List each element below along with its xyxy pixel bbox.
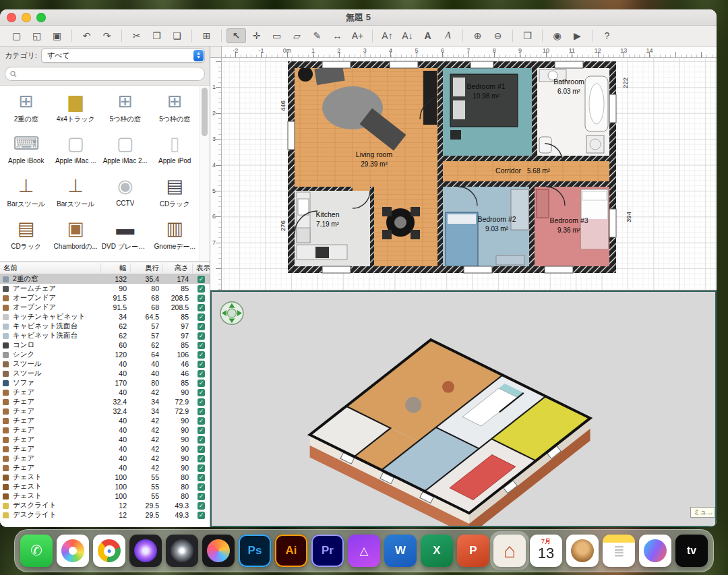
furniture-row[interactable]: 2重の窓 132 35.4 174 ✓	[0, 274, 210, 284]
redo-button[interactable]: ↷	[97, 28, 117, 43]
dock-item-camera-lens-app[interactable]	[166, 535, 198, 567]
catalog-item[interactable]: ▥ Gnomeデー...	[151, 215, 200, 258]
catalog-item[interactable]: ▣ Chambordの...	[52, 215, 100, 258]
visible-checkbox[interactable]: ✓	[198, 483, 205, 491]
furniture-list-header[interactable]: 名前 幅 奥行 高さ 表示	[0, 262, 210, 274]
furniture-row[interactable]: チェスト 100 55 80 ✓	[0, 473, 210, 482]
dock-item-photos[interactable]	[57, 535, 89, 567]
visible-checkbox[interactable]: ✓	[198, 493, 205, 500]
paste-button[interactable]: ❏	[167, 28, 187, 43]
dock-item-photoshop[interactable]: Ps	[239, 535, 271, 567]
furniture-row[interactable]: キッチンキャビネット 34 64.5 85 ✓	[0, 312, 210, 322]
furniture-row[interactable]: チェスト 100 55 80 ✓	[0, 491, 210, 501]
column-depth[interactable]: 奥行	[131, 264, 163, 273]
furniture-row[interactable]: ソファ 170 80 85 ✓	[0, 378, 210, 388]
create-walls-button[interactable]: ▭	[267, 28, 286, 43]
select-tool-button[interactable]: ↖	[226, 28, 246, 43]
catalog-item[interactable]: ⊥ Barスツール	[52, 173, 100, 215]
visible-checkbox[interactable]: ✓	[198, 276, 205, 283]
column-height[interactable]: 高さ	[163, 264, 193, 273]
visible-checkbox[interactable]: ✓	[198, 304, 205, 311]
furniture-row[interactable]: スツール 40 40 46 ✓	[0, 369, 210, 378]
view-3d[interactable]: ミュ...	[210, 291, 717, 527]
dock-item-illustrator[interactable]: Ai	[275, 535, 307, 567]
visible-checkbox[interactable]: ✓	[198, 313, 205, 321]
column-name[interactable]: 名前	[0, 264, 101, 273]
furniture-row[interactable]: アームチェア 90 80 85 ✓	[0, 284, 210, 293]
column-width[interactable]: 幅	[101, 264, 131, 273]
catalog-item[interactable]: ▯ Apple iPod	[151, 130, 200, 173]
save-plan-button[interactable]: ▣	[47, 28, 67, 43]
toggle-bold-button[interactable]: A	[418, 28, 437, 43]
visible-checkbox[interactable]: ✓	[198, 389, 205, 396]
catalog-item[interactable]: ⊥ Barスツール	[2, 173, 51, 215]
catalog-item[interactable]: ▢ Apple iMac ...	[52, 130, 100, 173]
furniture-row[interactable]: チェア 40 42 90 ✓	[0, 454, 210, 463]
zoom-button[interactable]	[36, 13, 46, 22]
visible-checkbox[interactable]: ✓	[198, 512, 205, 519]
furniture-row[interactable]: デスクライト 12 29.5 49.3 ✓	[0, 510, 210, 520]
create-video-button[interactable]: ▶	[568, 28, 587, 43]
catalog-item[interactable]: ⊞ 2重の窓	[2, 88, 51, 130]
catalog-item[interactable]: ⌨ Apple iBook	[2, 130, 51, 173]
dock-item-notes[interactable]: ≣	[603, 535, 635, 567]
furniture-row[interactable]: チェア 40 42 90 ✓	[0, 388, 210, 397]
furniture-row[interactable]: キャビネット洗面台 62 57 97 ✓	[0, 331, 210, 340]
catalog-item[interactable]: ◉ CCTV	[101, 173, 150, 215]
visible-checkbox[interactable]: ✓	[198, 398, 205, 406]
category-select[interactable]: すべて ▲▼	[41, 49, 205, 63]
cut-button[interactable]: ✂	[127, 28, 146, 43]
furniture-row[interactable]: シンク 120 64 106 ✓	[0, 350, 210, 359]
zoom-in-button[interactable]: ⊕	[468, 28, 487, 43]
plan-view-2d[interactable]: -2-10m1234567891011121314 1234567	[210, 47, 717, 291]
furniture-row[interactable]: スツール 40 40 46 ✓	[0, 359, 210, 369]
detach-view-button[interactable]: ❒	[518, 28, 537, 43]
minimize-button[interactable]	[22, 13, 31, 22]
close-button[interactable]	[7, 13, 16, 22]
catalog-item[interactable]: ▤ CDラック	[151, 173, 200, 215]
furniture-row[interactable]: チェア 40 42 90 ✓	[0, 425, 210, 435]
dock-item-davinci-resolve[interactable]	[202, 535, 235, 567]
furniture-row[interactable]: チェア 32.4 34 72.9 ✓	[0, 397, 210, 406]
decrease-text-size-button[interactable]: A↓	[398, 28, 417, 43]
furniture-row[interactable]: オープンドア 91.5 68 208.5 ✓	[0, 303, 210, 312]
visible-checkbox[interactable]: ✓	[198, 351, 205, 359]
column-visible[interactable]: 表示	[193, 264, 210, 273]
undo-button[interactable]: ↶	[77, 28, 96, 43]
furniture-row[interactable]: チェア 40 42 90 ✓	[0, 435, 210, 444]
add-text-button[interactable]: A+	[348, 28, 367, 43]
open-plan-button[interactable]: ◱	[27, 28, 47, 43]
furniture-row[interactable]: チェア 32.4 34 72.9 ✓	[0, 406, 210, 416]
visible-checkbox[interactable]: ✓	[198, 474, 205, 481]
catalog-scrollbar[interactable]	[200, 86, 209, 261]
visible-checkbox[interactable]: ✓	[198, 408, 205, 415]
visible-checkbox[interactable]: ✓	[198, 380, 205, 387]
dock-item-apple-tv[interactable]: tv	[675, 535, 708, 567]
dock-item-contacts[interactable]	[566, 535, 599, 567]
catalog-item[interactable]: ⊞ 5つ枠の窓	[151, 88, 200, 130]
dock-item-chrome[interactable]: ●	[93, 535, 125, 567]
dock-item-powerpoint[interactable]: P	[457, 535, 489, 567]
furniture-row[interactable]: デスクライト 12 29.5 49.3 ✓	[0, 501, 210, 510]
create-polylines-button[interactable]: ✎	[307, 28, 327, 43]
toggle-italic-button[interactable]: A	[438, 28, 458, 43]
visible-checkbox[interactable]: ✓	[198, 342, 205, 349]
catalog-item[interactable]: ▬ DVD プレーヤ...	[101, 215, 150, 258]
create-rooms-button[interactable]: ▱	[287, 28, 307, 43]
plan-canvas[interactable]: Living room29.39 m² Bedroom #110.98 m² B…	[221, 57, 717, 290]
dock-item-premiere-pro[interactable]: Pr	[311, 535, 344, 567]
furniture-row[interactable]: チェア 40 42 90 ✓	[0, 416, 210, 425]
furniture-row[interactable]: チェア 40 42 90 ✓	[0, 444, 210, 454]
visible-checkbox[interactable]: ✓	[198, 446, 205, 453]
catalog-item[interactable]: ▢ Apple iMac 2...	[101, 130, 150, 173]
furniture-row[interactable]: キャビネット洗面台 62 57 97 ✓	[0, 322, 210, 331]
visible-checkbox[interactable]: ✓	[198, 332, 205, 340]
furniture-row[interactable]: チェスト 100 55 80 ✓	[0, 482, 210, 491]
copy-button[interactable]: ❐	[147, 28, 166, 43]
search-input[interactable]	[5, 67, 205, 81]
dock-item-affinity[interactable]: △	[348, 535, 380, 567]
help-button[interactable]: ?	[597, 28, 617, 43]
pan-tool-button[interactable]: ✛	[247, 28, 266, 43]
furniture-row[interactable]: チェア 40 42 90 ✓	[0, 463, 210, 473]
visible-checkbox[interactable]: ✓	[198, 455, 205, 462]
